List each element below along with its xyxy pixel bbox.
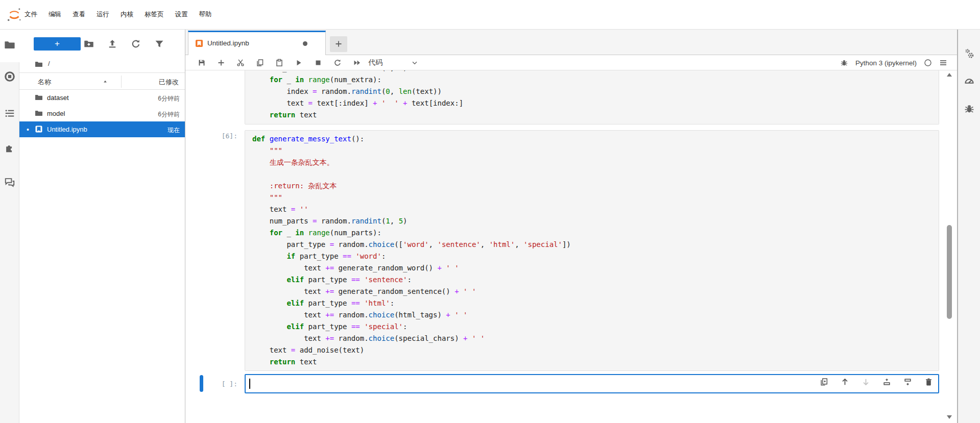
cut-cells-icon[interactable]: [236, 59, 245, 67]
notebook-menu-icon[interactable]: [939, 59, 947, 67]
paste-cells-icon[interactable]: [275, 59, 283, 67]
code-line[interactable]: text += random.choice(html_tags) + ' ': [252, 309, 931, 321]
filter-icon[interactable]: [154, 39, 164, 49]
code-line[interactable]: for _ in range(num_parts):: [252, 227, 931, 239]
insert-cell-below-icon[interactable]: [217, 59, 225, 67]
code-line[interactable]: num_parts = random.randint(1, 5): [252, 215, 931, 227]
menu-item-4[interactable]: 内核: [115, 0, 139, 29]
menu-item-6[interactable]: 设置: [170, 0, 194, 29]
code-token: 'html': [364, 299, 390, 307]
home-folder-icon[interactable]: [35, 60, 43, 68]
code-line[interactable]: text = add_noise(text): [252, 344, 931, 356]
code-token: elif: [286, 276, 304, 284]
new-tab-button[interactable]: [330, 36, 347, 52]
sidebar-chat-icon[interactable]: [4, 177, 15, 188]
menu-item-0[interactable]: 文件: [19, 0, 43, 29]
code-line[interactable]: elif part_type == 'html':: [252, 297, 931, 309]
column-header-name[interactable]: 名称: [38, 78, 51, 87]
code-line[interactable]: return text: [252, 356, 931, 368]
cell-type-dropdown[interactable]: 代码: [367, 55, 426, 70]
restart-kernel-icon[interactable]: [333, 59, 342, 67]
code-token: +: [403, 99, 407, 107]
property-inspector-icon[interactable]: [964, 48, 975, 59]
restart-run-all-icon[interactable]: [353, 59, 361, 67]
save-icon[interactable]: [198, 59, 206, 67]
breadcrumb: /: [19, 58, 185, 71]
run-cell-icon[interactable]: [295, 59, 303, 67]
empty-code-cell-active: [ ]:: [185, 374, 939, 393]
code-token: +=: [325, 264, 334, 272]
code-line[interactable]: if part_type == 'word':: [252, 251, 931, 262]
code-line[interactable]: text = text[:index] + ' ' + text[index:]: [252, 97, 931, 109]
code-line[interactable]: text += random.choice(special_chars) + '…: [252, 333, 931, 344]
sidebar-file-browser-icon[interactable]: [4, 39, 15, 51]
kernel-name-button[interactable]: Python 3 (ipykernel): [855, 59, 917, 67]
code-token: for: [270, 229, 282, 237]
insert-cell-below-icon[interactable]: [903, 378, 912, 386]
scroll-up-button[interactable]: [945, 71, 953, 79]
code-line[interactable]: text = '': [252, 204, 931, 215]
code-line[interactable]: """: [252, 192, 931, 204]
code-line[interactable]: :return: 杂乱文本: [252, 180, 931, 192]
breadcrumb-root[interactable]: /: [48, 60, 50, 67]
code-line[interactable]: 生成一条杂乱文本。: [252, 157, 931, 168]
sidebar-table-of-contents-icon[interactable]: [4, 108, 15, 119]
code-line[interactable]: index = random.randint(0, len(text)): [252, 86, 931, 97]
code-token: 'sentence': [364, 276, 407, 284]
interrupt-kernel-icon[interactable]: [314, 59, 322, 67]
debugger-panel-icon[interactable]: [964, 103, 975, 114]
scroll-down-button[interactable]: [945, 413, 953, 420]
menu-bar: 文件编辑查看运行内核标签页设置帮助: [0, 0, 980, 30]
chevron-down-icon: [411, 59, 418, 66]
code-line[interactable]: elif part_type == 'special':: [252, 321, 931, 333]
code-token: _: [282, 76, 295, 84]
file-row-dataset[interactable]: dataset6分钟前: [19, 90, 185, 106]
code-line[interactable]: for _ in range(num_extra):: [252, 74, 931, 86]
code-line[interactable]: text += generate_random_sentence() + ' ': [252, 286, 931, 297]
file-row-model[interactable]: model6分钟前: [19, 106, 185, 121]
file-name: model: [47, 110, 65, 117]
code-line[interactable]: [252, 168, 931, 180]
empty-cell-editor[interactable]: [245, 374, 939, 393]
code-editor[interactable]: def generate_messy_text(): """ 生成一条杂乱文本。…: [245, 130, 939, 371]
file-row-Untitled.ipynb[interactable]: •Untitled.ipynb现在: [19, 121, 185, 137]
code-token: +: [437, 264, 441, 272]
sidebar-extensions-icon[interactable]: [4, 142, 15, 154]
notebook-scrollbar[interactable]: [945, 70, 953, 423]
menu-item-7[interactable]: 帮助: [194, 0, 218, 29]
code-line[interactable]: part_type = random.choice(['word', 'sent…: [252, 239, 931, 251]
menu-item-2[interactable]: 查看: [67, 0, 91, 29]
code-line[interactable]: text += generate_random_word() + ' ': [252, 262, 931, 274]
left-activity-bar: [0, 30, 19, 423]
move-cell-up-icon[interactable]: [841, 378, 849, 386]
upload-icon[interactable]: [107, 39, 117, 49]
copy-cells-icon[interactable]: [256, 59, 264, 67]
refresh-icon[interactable]: [131, 39, 141, 49]
menu-item-1[interactable]: 编辑: [43, 0, 67, 29]
tab-untitled-ipynb[interactable]: Untitled.ipynb: [188, 31, 326, 55]
code-token: =: [308, 99, 313, 107]
menu-item-5[interactable]: 标签页: [139, 0, 170, 29]
delete-cell-icon[interactable]: [924, 378, 933, 386]
menu-item-3[interactable]: 运行: [91, 0, 115, 29]
system-monitor-icon[interactable]: [964, 75, 975, 86]
sort-ascending-icon[interactable]: [102, 79, 108, 85]
new-launcher-button[interactable]: +: [34, 37, 81, 51]
insert-cell-above-icon[interactable]: [882, 378, 891, 386]
code-token: text: [252, 334, 325, 342]
scrollbar-thumb[interactable]: [947, 225, 952, 319]
code-line[interactable]: num_extra = random.randint(1, 3): [252, 70, 931, 74]
code-line[interactable]: elif part_type == 'sentence':: [252, 274, 931, 286]
debugger-icon[interactable]: [840, 59, 848, 67]
sidebar-running-kernels-icon[interactable]: [4, 71, 15, 82]
new-folder-icon[interactable]: [84, 39, 94, 49]
code-line[interactable]: """: [252, 145, 931, 157]
code-editor[interactable]: num_extra = random.randint(1, 3) for _ i…: [245, 70, 939, 125]
code-token: part_type: [304, 322, 351, 331]
code-line[interactable]: def generate_messy_text():: [252, 133, 931, 145]
kernel-status-icon[interactable]: [924, 59, 932, 67]
code-token: ,: [429, 240, 438, 248]
code-line[interactable]: return text: [252, 109, 931, 121]
column-header-modified[interactable]: 已修改: [159, 78, 179, 87]
duplicate-cell-icon[interactable]: [820, 378, 828, 386]
